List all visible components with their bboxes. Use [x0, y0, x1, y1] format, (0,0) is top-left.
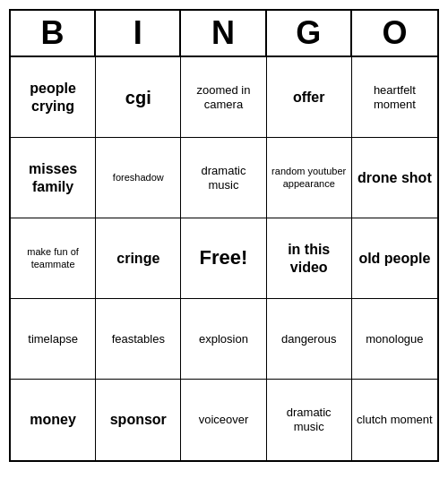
header-o: O: [352, 11, 437, 56]
bingo-cell-13[interactable]: in this video: [267, 218, 352, 299]
bingo-cell-6[interactable]: foreshadow: [96, 138, 181, 218]
bingo-cell-18[interactable]: dangerous: [267, 299, 352, 380]
bingo-cell-14[interactable]: old people: [352, 218, 437, 299]
header-i: I: [96, 11, 181, 56]
bingo-cell-16[interactable]: feastables: [96, 299, 181, 380]
bingo-cell-0[interactable]: people crying: [11, 57, 96, 138]
bingo-cell-19[interactable]: monologue: [352, 299, 437, 380]
bingo-cell-3[interactable]: offer: [267, 57, 352, 138]
bingo-cell-1[interactable]: cgi: [96, 57, 181, 138]
bingo-cell-12[interactable]: Free!: [181, 218, 266, 299]
bingo-cell-7[interactable]: dramatic music: [181, 138, 266, 218]
header-g: G: [267, 11, 352, 56]
bingo-cell-23[interactable]: dramatic music: [267, 380, 352, 460]
bingo-cell-5[interactable]: misses family: [11, 138, 96, 218]
bingo-cell-21[interactable]: sponsor: [96, 380, 181, 460]
bingo-grid: people cryingcgizoomed in cameraofferhea…: [11, 57, 437, 460]
bingo-cell-15[interactable]: timelapse: [11, 299, 96, 380]
header-n: N: [181, 11, 266, 56]
bingo-card: B I N G O people cryingcgizoomed in came…: [9, 9, 439, 462]
bingo-cell-17[interactable]: explosion: [181, 299, 266, 380]
bingo-header: B I N G O: [11, 11, 437, 57]
bingo-cell-11[interactable]: cringe: [96, 218, 181, 299]
bingo-cell-20[interactable]: money: [11, 380, 96, 460]
bingo-cell-2[interactable]: zoomed in camera: [181, 57, 266, 138]
bingo-cell-4[interactable]: heartfelt moment: [352, 57, 437, 138]
bingo-cell-24[interactable]: clutch moment: [352, 380, 437, 460]
bingo-cell-10[interactable]: make fun of teammate: [11, 218, 96, 299]
bingo-cell-9[interactable]: drone shot: [352, 138, 437, 218]
bingo-cell-8[interactable]: random youtuber appearance: [267, 138, 352, 218]
header-b: B: [11, 11, 96, 56]
bingo-cell-22[interactable]: voiceover: [181, 380, 266, 460]
